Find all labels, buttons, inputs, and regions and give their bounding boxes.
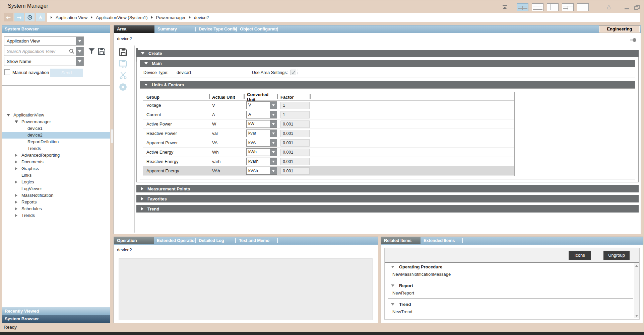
expand-icon[interactable] [15,180,17,184]
chevron-down-icon[interactable] [270,120,277,128]
save-search-icon[interactable] [98,48,106,55]
search-input[interactable]: Search Application View [4,47,84,56]
breadcrumb-item-application-view[interactable]: Application View [56,15,87,20]
tab-detailed-log[interactable]: Detailed Log [196,237,236,244]
factor-input[interactable]: 0.001 [280,130,310,137]
expand-icon[interactable] [15,207,17,211]
chevron-down-icon[interactable] [270,111,277,118]
tree-item-reportdefinition[interactable]: ReportDefinition [2,139,110,145]
back-button[interactable]: ← [4,13,13,21]
chevron-down-icon[interactable] [76,47,83,56]
view-selector[interactable]: Application View [4,36,84,46]
collapse-ribbon-icon[interactable] [501,4,508,11]
chevron-down-icon[interactable] [76,37,83,45]
converted-unit-dropdown[interactable]: kVAh [246,167,277,175]
tab-extended-items[interactable]: Extended Items [421,237,463,244]
converted-unit-dropdown[interactable]: V [246,101,277,109]
tree-item-graphics[interactable]: Graphics [2,165,110,172]
related-group-report[interactable]: Report [385,282,634,290]
tree-item-applicationview[interactable]: ApplicationView [2,112,110,118]
related-group-operating-procedure[interactable]: Operating Procedure [385,263,634,271]
converted-unit-dropdown[interactable]: A [246,111,277,118]
expand-icon[interactable] [15,194,17,197]
breadcrumb-item-applicationview-system1[interactable]: ApplicationView (System1) [96,15,147,20]
tree-item-advancedreporting[interactable]: AdvancedReporting [2,152,110,159]
tab-related-items[interactable]: Related Items [381,237,421,244]
tab-area[interactable]: Area [114,25,154,33]
expand-icon[interactable] [15,214,17,217]
chevron-down-icon[interactable] [270,149,277,156]
chevron-down-icon[interactable] [270,167,277,174]
factor-input[interactable]: 0.001 [280,158,310,165]
related-item-newtrend[interactable]: NewTrend [385,309,634,316]
breadcrumb-item-powermanager[interactable]: Powermanager [156,15,186,20]
section-favorites[interactable]: Favorites [136,195,639,202]
favorites-star-icon[interactable]: ★ [36,13,45,21]
factor-input[interactable]: 0.001 [280,167,310,175]
chevron-down-icon[interactable] [270,102,277,109]
use-area-settings-checkbox[interactable] [291,70,296,75]
collapse-icon[interactable] [391,284,394,287]
ungroup-button[interactable]: Ungroup [603,251,630,260]
scroll-down-icon[interactable] [635,315,638,317]
chevron-down-icon[interactable] [76,57,83,66]
system-browser-tab[interactable]: System Browser [2,315,110,323]
chevron-down-icon[interactable] [270,158,277,165]
layout-preset-1-button[interactable] [517,3,528,11]
section-trend[interactable]: Trend [136,205,639,213]
expand-icon[interactable] [15,200,17,204]
engineering-mode-button[interactable]: Engineering [599,26,640,32]
factor-input[interactable]: 0.001 [280,149,310,156]
minimize-button[interactable] [624,4,630,11]
tree-item-trends[interactable]: Trends [2,145,110,152]
collapse-icon[interactable] [391,303,394,306]
factor-input[interactable]: 1 [280,102,310,109]
recently-viewed-tab[interactable]: Recently Viewed [2,307,110,315]
related-group-trend[interactable]: Trend [385,301,634,309]
chevron-down-icon[interactable] [270,130,277,137]
layout-preset-2-button[interactable] [532,3,543,11]
section-units-factors[interactable]: Units & Factors [140,81,635,88]
tree-item-massnotification[interactable]: MassNotification [2,192,110,199]
units-row-reactive-power[interactable]: Reactive Powervarkvar0.001 [143,129,514,138]
layout-preset-4-button[interactable] [562,3,574,11]
units-row-apparent-energy[interactable]: Apparent EnergyVAhkVAh0.001 [143,166,514,176]
tree-item-trends[interactable]: Trends [2,212,110,219]
units-row-voltage[interactable]: VoltageVV1 [143,101,514,110]
tab-device-type-configuration[interactable]: Device Type Configuration [196,25,237,33]
tree-item-device2[interactable]: device2 [2,132,110,139]
tab-object-configurator[interactable]: Object Configurator [237,25,278,33]
tree-item-documents[interactable]: Documents [2,159,110,165]
tree-item-device1[interactable]: device1 [2,125,110,132]
converted-unit-dropdown[interactable]: kWh [246,148,277,156]
units-row-active-energy[interactable]: Active EnergyWhkWh0.001 [143,148,514,157]
converted-unit-dropdown[interactable]: kW [246,120,277,128]
tab-extended-operation[interactable]: Extended Operation [154,237,196,244]
units-row-apparent-power[interactable]: Apparent PowerVAkVA0.001 [143,138,514,148]
tab-operation[interactable]: Operation [114,237,154,244]
expand-icon[interactable] [15,160,17,164]
forward-button[interactable]: → [14,13,24,21]
units-row-active-power[interactable]: Active PowerWkW0.001 [143,119,514,129]
filter-icon[interactable] [88,48,95,55]
breadcrumb-item-device2[interactable]: device2 [194,15,209,20]
factor-input[interactable]: 1 [280,111,310,118]
tab-summary[interactable]: Summary [154,25,196,33]
tree-item-links[interactable]: Links [2,172,110,179]
tree-item-logics[interactable]: Logics [2,179,110,185]
converted-unit-dropdown[interactable]: kvar [246,130,277,137]
related-item-newreport[interactable]: NewReport [385,290,634,297]
related-item-newmassnotificationmessage[interactable]: NewMassNotificationMessage [385,271,634,278]
factor-input[interactable]: 0.001 [280,120,310,128]
search-icon[interactable] [69,47,76,56]
related-items-scrollbar[interactable] [634,263,639,318]
send-button[interactable]: Send [50,69,83,77]
layout-preset-5-button[interactable] [577,3,589,11]
restore-button[interactable] [634,4,640,11]
chevron-down-icon[interactable] [270,139,277,146]
tree-item-powermanager[interactable]: Powermanager [2,118,110,125]
expand-icon[interactable] [15,167,17,170]
pin-icon[interactable] [630,37,637,44]
units-row-reactive-energy[interactable]: Reactive Energyvarhkvarh0.001 [143,157,514,166]
display-mode-selector[interactable]: Show Name [4,57,84,66]
